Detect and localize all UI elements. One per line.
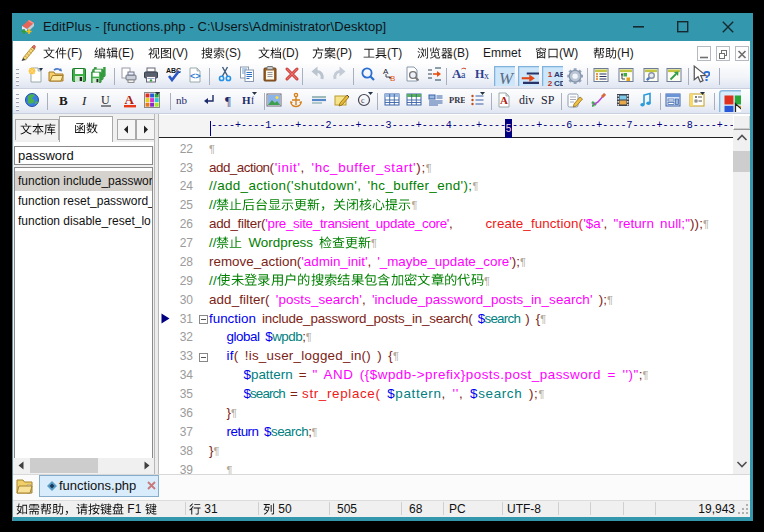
- svg-text:?: ?: [702, 68, 710, 83]
- svg-text:2: 2: [548, 79, 553, 86]
- svg-text:B: B: [390, 74, 395, 82]
- svg-text:B: B: [59, 93, 68, 108]
- svg-text:x: x: [484, 70, 489, 81]
- svg-text:I: I: [81, 93, 87, 108]
- svg-text:H: H: [242, 94, 251, 106]
- svg-text:<>: <>: [190, 71, 201, 81]
- svg-text:A: A: [125, 92, 135, 107]
- svg-text:CD: CD: [554, 79, 563, 86]
- svg-text:Í: Í: [251, 96, 254, 106]
- svg-text:U: U: [101, 93, 110, 107]
- svg-text:A: A: [500, 94, 508, 106]
- svg-text:AB: AB: [554, 70, 563, 79]
- svg-text:nb: nb: [176, 94, 188, 106]
- svg-text:div: div: [519, 93, 534, 107]
- svg-text:c: c: [361, 96, 365, 105]
- svg-text:a: a: [461, 69, 466, 80]
- svg-text:¶: ¶: [225, 93, 231, 108]
- svg-text:1: 1: [548, 70, 553, 79]
- svg-text:W: W: [499, 69, 515, 86]
- svg-text:PRE: PRE: [449, 95, 465, 105]
- svg-text:SP: SP: [541, 93, 555, 107]
